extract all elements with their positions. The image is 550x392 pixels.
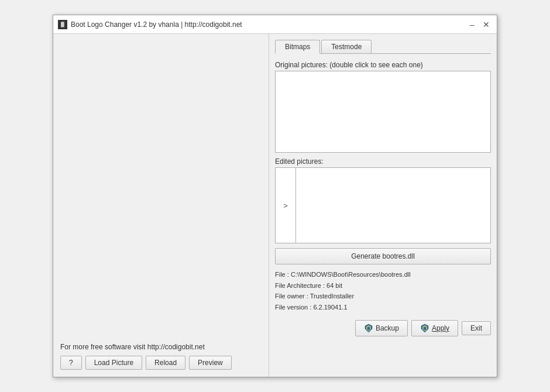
action-buttons: Backup Apply Exit xyxy=(275,318,491,336)
arrow-button[interactable]: > xyxy=(275,167,296,243)
file-version: File version : 6.2.19041.1 xyxy=(275,302,491,313)
main-content: For more free software visit http://codi… xyxy=(53,34,497,377)
tab-bar: Bitmaps Testmode xyxy=(275,40,491,54)
right-panel: Bitmaps Testmode Original pictures: (dou… xyxy=(269,34,497,377)
apply-button[interactable]: Apply xyxy=(411,320,458,336)
backup-label: Backup xyxy=(376,324,399,332)
main-window: ▓ Boot Logo Changer v1.2 by vhanla | htt… xyxy=(53,15,497,377)
edited-label: Edited pictures: xyxy=(275,157,491,166)
edited-section: Edited pictures: > xyxy=(275,157,491,243)
title-bar-controls: – ✕ xyxy=(466,19,492,30)
promo-text: For more free software visit http://codi… xyxy=(60,343,262,351)
left-buttons: ? Load Picture Reload Preview xyxy=(60,356,262,370)
edited-area: > xyxy=(275,167,491,243)
left-panel: For more free software visit http://codi… xyxy=(53,34,269,377)
exit-button[interactable]: Exit xyxy=(462,321,491,335)
preview-button[interactable]: Preview xyxy=(189,356,232,370)
shield-apply-icon xyxy=(420,324,429,333)
file-info: File : C:\WINDOWS\Boot\Resources\bootres… xyxy=(275,269,491,313)
app-icon: ▓ xyxy=(58,20,67,29)
tab-bitmaps[interactable]: Bitmaps xyxy=(275,40,320,54)
generate-button[interactable]: Generate bootres.dll xyxy=(275,248,491,264)
file-owner: File owner : TrustedInstaller xyxy=(275,291,491,302)
title-bar: ▓ Boot Logo Changer v1.2 by vhanla | htt… xyxy=(53,15,497,34)
close-button[interactable]: ✕ xyxy=(480,19,492,30)
original-section: Original pictures: (double click to see … xyxy=(275,61,491,153)
apply-label: Apply xyxy=(432,324,449,332)
original-picture-box[interactable] xyxy=(275,71,491,153)
edited-picture-box[interactable] xyxy=(296,167,491,243)
shield-backup-icon xyxy=(364,324,373,333)
reload-button[interactable]: Reload xyxy=(146,356,185,370)
load-picture-button[interactable]: Load Picture xyxy=(85,356,142,370)
minimize-button[interactable]: – xyxy=(466,19,478,30)
title-bar-left: ▓ Boot Logo Changer v1.2 by vhanla | htt… xyxy=(58,20,242,29)
file-path: File : C:\WINDOWS\Boot\Resources\bootres… xyxy=(275,269,491,280)
backup-button[interactable]: Backup xyxy=(355,320,408,336)
file-architecture: File Architecture : 64 bit xyxy=(275,280,491,291)
help-button[interactable]: ? xyxy=(60,356,82,370)
left-bottom: For more free software visit http://codi… xyxy=(60,343,262,370)
window-title: Boot Logo Changer v1.2 by vhanla | http:… xyxy=(71,20,242,29)
tab-testmode[interactable]: Testmode xyxy=(321,40,372,53)
original-label: Original pictures: (double click to see … xyxy=(275,61,491,69)
